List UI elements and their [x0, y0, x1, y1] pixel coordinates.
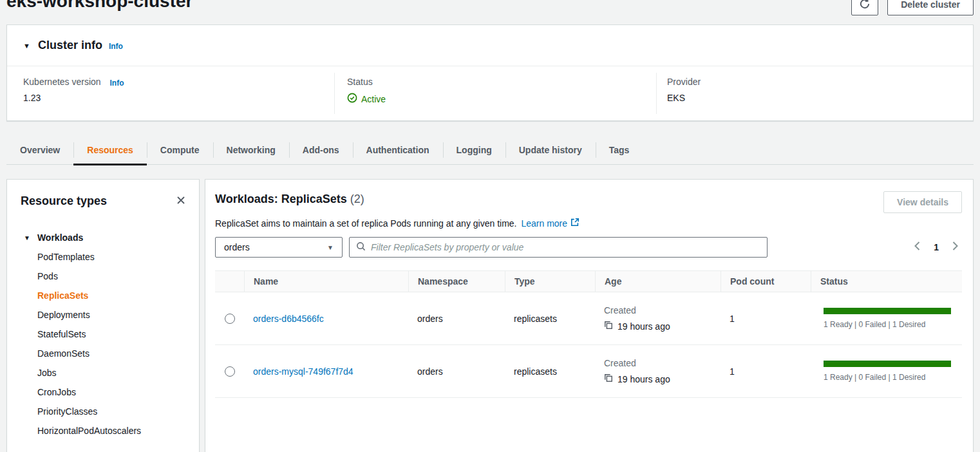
age-cell: Created 19 hours ago	[595, 358, 721, 384]
table-row: orders-mysql-749f67f7d4 orders replicase…	[215, 345, 962, 398]
sidebar-item-daemonsets[interactable]: DaemonSets	[7, 344, 199, 363]
cluster-info-header[interactable]: ▼ Cluster info Info	[7, 25, 973, 66]
column-header-pod-count[interactable]: Pod count	[721, 271, 811, 292]
cluster-info-title: Cluster info	[38, 39, 102, 52]
tab-authentication[interactable]: Authentication	[353, 135, 443, 164]
tab-resources[interactable]: Resources	[73, 135, 147, 164]
sidebar-item-priorityclasses[interactable]: PriorityClasses	[7, 402, 199, 421]
status-label: Status	[347, 77, 386, 87]
age-cell: Created 19 hours ago	[595, 305, 721, 332]
header-actions: Delete cluster	[851, 0, 974, 15]
chevron-right-icon	[951, 241, 959, 253]
caret-down-icon: ▼	[327, 244, 334, 251]
column-header-status[interactable]: Status	[811, 271, 962, 292]
status-summary: 1 Ready | 0 Failed | 1 Desired	[824, 320, 951, 329]
tab-update-history[interactable]: Update history	[505, 135, 596, 164]
kubernetes-version-info-link[interactable]: Info	[110, 79, 124, 88]
filter-search-input[interactable]	[371, 242, 760, 252]
refresh-icon	[859, 0, 871, 12]
tab-compute[interactable]: Compute	[147, 135, 213, 164]
age-value: 19 hours ago	[617, 374, 670, 384]
sidebar-item-statefulsets[interactable]: StatefulSets	[7, 325, 199, 344]
provider-value: EKS	[667, 93, 701, 103]
item-count: (2)	[350, 193, 364, 205]
cluster-info-body: Kubernetes version Info 1.23 Status Acti…	[7, 66, 973, 120]
column-header-name[interactable]: Name	[244, 271, 408, 292]
tab-logging[interactable]: Logging	[443, 135, 505, 164]
search-icon	[356, 241, 366, 254]
status-cell: 1 Ready | 0 Failed | 1 Desired	[811, 361, 962, 382]
close-panel-button[interactable]	[174, 194, 187, 209]
kubernetes-version-label: Kubernetes version Info	[23, 77, 124, 87]
sidebar-item-jobs[interactable]: Jobs	[7, 363, 199, 382]
pod-count-cell: 1	[721, 366, 811, 377]
column-header-namespace[interactable]: Namespace	[408, 271, 505, 292]
replicaset-name-link[interactable]: orders-mysql-749f67f7d4	[253, 366, 353, 377]
delete-cluster-button[interactable]: Delete cluster	[887, 0, 974, 15]
sidebar-group-workloads-toggle[interactable]: ▼ Workloads	[7, 228, 199, 247]
current-page-number: 1	[934, 242, 939, 252]
table-header-row: Name Namespace Type Age Pod count Status	[215, 270, 962, 292]
refresh-button[interactable]	[851, 0, 878, 15]
sidebar-item-replicasets[interactable]: ReplicaSets	[7, 286, 199, 305]
learn-more-link[interactable]: Learn more	[521, 218, 580, 229]
kubernetes-version-field: Kubernetes version Info 1.23	[23, 77, 124, 103]
status-progress-bar	[824, 308, 951, 314]
collapse-triangle-icon[interactable]: ▼	[23, 42, 30, 50]
resource-types-panel: Resource types ▼ Workloads PodTemplates …	[6, 179, 200, 452]
filter-search-box	[349, 237, 768, 258]
tab-tags[interactable]: Tags	[596, 135, 643, 164]
replicaset-name-link[interactable]: orders-d6b4566fc	[253, 314, 324, 324]
sidebar-group-workloads: ▼ Workloads PodTemplates Pods ReplicaSet…	[7, 228, 199, 440]
tab-add-ons[interactable]: Add-ons	[289, 135, 353, 164]
status-cell: 1 Ready | 0 Failed | 1 Desired	[811, 308, 962, 329]
external-link-icon	[570, 218, 580, 229]
row-select-radio[interactable]	[225, 314, 235, 324]
age-value: 19 hours ago	[617, 321, 670, 332]
sidebar-item-horizontalpodautoscalers[interactable]: HorizontalPodAutoscalers	[7, 421, 199, 440]
namespace-cell: orders	[408, 314, 505, 324]
dropdown-selected-value: orders	[224, 242, 250, 252]
replicasets-panel: Workloads: ReplicaSets(2) View details R…	[205, 179, 974, 452]
sidebar-group-label: Workloads	[37, 232, 83, 243]
next-page-button[interactable]	[950, 240, 961, 254]
panel-title: Workloads: ReplicaSets(2)	[215, 191, 364, 206]
age-created-label: Created	[604, 305, 721, 315]
copy-icon[interactable]	[604, 321, 613, 332]
column-header-age[interactable]: Age	[595, 271, 721, 292]
status-value: Active	[347, 93, 386, 105]
copy-icon[interactable]	[604, 373, 613, 384]
provider-label: Provider	[667, 77, 701, 87]
divider	[334, 73, 335, 114]
sidebar-item-cronjobs[interactable]: CronJobs	[7, 382, 199, 402]
sidebar-item-pods[interactable]: Pods	[7, 267, 199, 286]
previous-page-button[interactable]	[912, 240, 923, 254]
table-row: orders-d6b4566fc orders replicasets Crea…	[215, 292, 962, 345]
property-filter-dropdown[interactable]: orders ▼	[215, 237, 343, 258]
close-icon	[176, 195, 186, 207]
sidebar-item-podtemplates[interactable]: PodTemplates	[7, 247, 199, 267]
cluster-info-info-link[interactable]: Info	[109, 42, 123, 51]
view-details-button[interactable]: View details	[883, 191, 962, 213]
sidebar-item-deployments[interactable]: Deployments	[7, 305, 199, 325]
divider	[656, 73, 657, 114]
cluster-tabs: Overview Resources Compute Networking Ad…	[6, 135, 974, 165]
tab-overview[interactable]: Overview	[6, 135, 73, 164]
status-field: Status Active	[347, 77, 386, 105]
status-summary: 1 Ready | 0 Failed | 1 Desired	[824, 373, 951, 382]
chevron-down-icon: ▼	[24, 234, 30, 241]
provider-field: Provider EKS	[667, 77, 701, 103]
column-header-type[interactable]: Type	[505, 271, 595, 292]
chevron-left-icon	[913, 241, 921, 253]
pod-count-cell: 1	[721, 314, 811, 324]
tab-networking[interactable]: Networking	[213, 135, 289, 164]
pagination: 1	[912, 240, 961, 254]
page-title: eks-workshop-cluster	[6, 0, 193, 12]
status-progress-bar	[824, 361, 951, 367]
cluster-info-card: ▼ Cluster info Info Kubernetes version I…	[6, 24, 974, 121]
type-cell: replicasets	[505, 314, 595, 324]
row-select-radio[interactable]	[225, 366, 235, 377]
age-created-label: Created	[604, 358, 721, 368]
panel-description: ReplicaSet aims to maintain a set of rep…	[215, 218, 962, 229]
select-all-header	[215, 271, 244, 292]
